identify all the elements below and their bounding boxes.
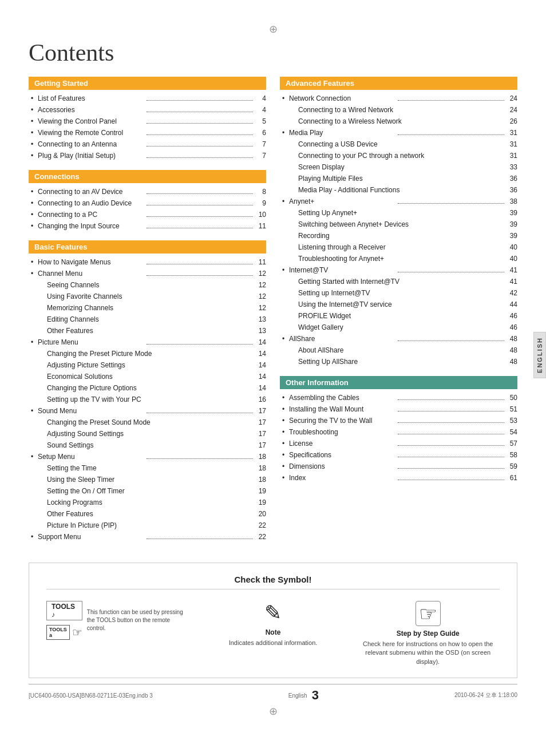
toc-entry-page: 18 bbox=[255, 463, 266, 473]
toc-entry-label: License bbox=[289, 438, 396, 449]
toc-entry-label: About AllShare bbox=[298, 345, 506, 355]
toc-entry-label: Using the Internet@TV service bbox=[298, 299, 506, 310]
toc-entry-label: Changing the Picture Options bbox=[47, 383, 255, 393]
tools-icon-group: TOOLS ♪ TOOLSa ☞ bbox=[46, 601, 82, 640]
toc-entry-label: Picture Menu bbox=[38, 337, 145, 347]
toc-entry-page: 59 bbox=[506, 461, 517, 472]
toc-entry-label: Recording bbox=[298, 231, 506, 241]
toc-entry-page: 24 bbox=[506, 93, 517, 104]
other-information-list: Assembling the Cables50Installing the Wa… bbox=[280, 393, 517, 483]
toc-entry-label: Other Features bbox=[47, 509, 255, 519]
toc-entry-page: 18 bbox=[255, 452, 266, 462]
toc-entry-page: 22 bbox=[255, 532, 266, 542]
toc-entry-page: 17 bbox=[255, 406, 266, 416]
advanced-features-list: Network Connection24Connecting to a Wire… bbox=[280, 93, 517, 367]
symbol-box-title: Check the Symbol! bbox=[46, 575, 500, 589]
toc-entry-label: Setting up the TV with Your PC bbox=[47, 394, 255, 405]
toc-entry-label: Setting the Time bbox=[47, 463, 255, 473]
symbol-tools: TOOLS ♪ TOOLSa ☞ This function can be us… bbox=[46, 601, 190, 640]
toc-entry-page: 26 bbox=[506, 116, 517, 126]
toc-entry-page: 8 bbox=[255, 187, 266, 197]
toc-entry-label: Viewing the Control Panel bbox=[38, 116, 145, 126]
footer-left: [UC6400-6500-USA]BN68-02711E-03Eng.indb … bbox=[29, 692, 153, 699]
section-header-advanced-features: Advanced Features bbox=[280, 77, 517, 90]
toc-entry-label: Setting Up AllShare bbox=[298, 357, 506, 367]
toc-entry-page: 12 bbox=[255, 280, 266, 290]
toc-entry-page: 12 bbox=[255, 268, 266, 279]
toc-entry-label: Network Connection bbox=[289, 93, 396, 104]
toc-entry-label: AllShare bbox=[289, 334, 396, 344]
toc-entry-page: 31 bbox=[506, 128, 517, 138]
section-other-information: Other Information Assembling the Cables5… bbox=[280, 376, 517, 483]
toc-entry-page: 19 bbox=[255, 486, 266, 496]
toc-entry-page: 22 bbox=[255, 520, 266, 531]
toc-entry-page: 24 bbox=[506, 105, 517, 115]
toc-entry-page: 11 bbox=[255, 257, 266, 267]
toc-entry-page: 48 bbox=[506, 357, 517, 367]
toc-entry-label: Anynet+ bbox=[289, 196, 396, 207]
toc-entry-label: PROFILE Widget bbox=[298, 311, 506, 321]
step-guide-icon: ☞ bbox=[416, 601, 441, 626]
footer: [UC6400-6500-USA]BN68-02711E-03Eng.indb … bbox=[29, 684, 517, 703]
left-column: Getting Started List of Features4Accesso… bbox=[29, 77, 266, 551]
note-name: Note bbox=[201, 628, 345, 636]
toc-entry-page: 58 bbox=[506, 450, 517, 460]
section-header-getting-started: Getting Started bbox=[29, 77, 266, 90]
toc-entry-label: Connecting a USB Device bbox=[298, 139, 506, 149]
symbol-row: TOOLS ♪ TOOLSa ☞ This function can be us… bbox=[46, 601, 500, 666]
toc-entry-label: Connecting to your PC through a network bbox=[298, 151, 506, 161]
toc-entry-page: 17 bbox=[255, 429, 266, 439]
toc-entry-label: Media Play bbox=[289, 128, 396, 138]
toc-entry-page: 42 bbox=[506, 288, 517, 298]
page-title: Contents bbox=[29, 39, 517, 66]
toc-entry-page: 38 bbox=[506, 196, 517, 207]
toc-entry-label: Internet@TV bbox=[289, 265, 396, 275]
toc-entry-label: Changing the Input Source bbox=[38, 221, 145, 231]
toc-entry-page: 36 bbox=[506, 173, 517, 184]
toc-entry-page: 57 bbox=[506, 438, 517, 449]
toc-entry-label: Connecting to an Antenna bbox=[38, 139, 145, 149]
toc-entry-label: Playing Multiple Files bbox=[298, 173, 506, 184]
toc-entry-page: 14 bbox=[255, 383, 266, 393]
tools-box-small: TOOLSa bbox=[46, 625, 70, 640]
toc-entry-page: 46 bbox=[506, 322, 517, 333]
footer-right: 2010-06-24 오후 1:18:00 bbox=[454, 691, 517, 699]
toc-entry-label: Connecting to a Wireless Network bbox=[298, 116, 506, 126]
toc-entry-page: 44 bbox=[506, 299, 517, 310]
toc-entry-page: 17 bbox=[255, 440, 266, 450]
toc-entry-page: 20 bbox=[255, 509, 266, 519]
toc-entry-label: Adjusting Picture Settings bbox=[47, 360, 255, 370]
connections-list: Connecting to an AV Device8Connecting to… bbox=[29, 187, 266, 231]
tools-description: This function can be used by pressing th… bbox=[87, 608, 190, 632]
toc-entry-page: 53 bbox=[506, 415, 517, 426]
toc-entry-page: 4 bbox=[255, 105, 266, 115]
right-column: Advanced Features Network Connection24Co… bbox=[280, 77, 517, 551]
toc-entry-label: Specifications bbox=[289, 450, 396, 460]
toc-entry-label: Using the Sleep Timer bbox=[47, 474, 255, 485]
toc-entry-label: Setting Up Anynet+ bbox=[298, 208, 506, 218]
toc-entry-page: 14 bbox=[255, 349, 266, 359]
basic-features-list: How to Navigate Menus11Channel Menu12See… bbox=[29, 257, 266, 542]
compass-bottom-icon: ⊕ bbox=[269, 705, 278, 718]
symbol-step-guide: ☞ Step by Step Guide Check here for inst… bbox=[356, 601, 500, 666]
toc-entry-page: 17 bbox=[255, 417, 266, 428]
toc-entry-page: 13 bbox=[255, 314, 266, 324]
toc-entry-label: Economical Solutions bbox=[47, 371, 255, 382]
toc-entry-page: 14 bbox=[255, 360, 266, 370]
toc-entry-page: 16 bbox=[255, 394, 266, 405]
toc-entry-page: 31 bbox=[506, 139, 517, 149]
toc-entry-page: 40 bbox=[506, 254, 517, 264]
toc-entry-page: 9 bbox=[255, 198, 266, 208]
toc-entry-page: 7 bbox=[255, 151, 266, 161]
section-basic-features: Basic Features How to Navigate Menus11Ch… bbox=[29, 240, 266, 542]
toc-entry-label: Sound Menu bbox=[38, 406, 145, 416]
toc-entry-page: 61 bbox=[506, 473, 517, 483]
toc-entry-label: Support Menu bbox=[38, 532, 145, 542]
toc-entry-page: 4 bbox=[255, 93, 266, 104]
note-icon: ✎ bbox=[201, 601, 345, 625]
symbol-note: ✎ Note Indicates additional information. bbox=[201, 601, 345, 647]
toc-entry-label: List of Features bbox=[38, 93, 145, 104]
toc-entry-label: Screen Display bbox=[298, 162, 506, 172]
toc-entry-page: 10 bbox=[255, 209, 266, 220]
toc-entry-label: Adjusting Sound Settings bbox=[47, 429, 255, 439]
